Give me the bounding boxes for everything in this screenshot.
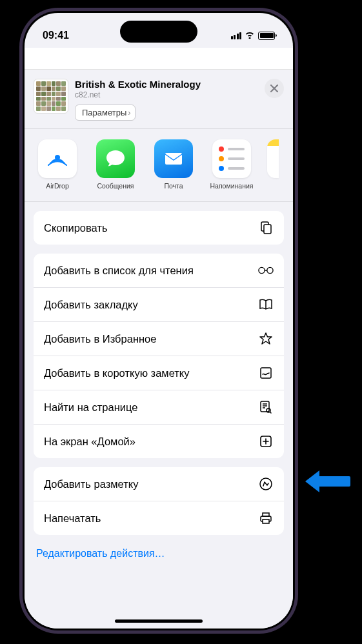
action-label: Добавить в Избранное [44,333,156,345]
params-label: Параметры [82,108,126,117]
share-target-airdrop[interactable]: AirDrop [35,139,80,190]
share-target-mail[interactable]: Почта [151,139,196,190]
svg-rect-12 [263,513,269,516]
action-label: Добавить в список для чтения [44,265,194,277]
action-label: Скопировать [44,222,108,234]
action-find-on-page[interactable]: Найти на странице [34,390,284,425]
home-indicator[interactable] [115,619,203,623]
action-add-bookmark[interactable]: Добавить закладку [34,288,284,322]
find-on-page-icon [258,399,274,415]
action-label: На экран «Домой» [44,436,136,448]
action-add-favorite[interactable]: Добавить в Избранное [34,322,284,356]
browser-background [25,48,293,70]
action-label: Напечатать [44,512,101,525]
glasses-icon [258,263,274,278]
close-button[interactable] [265,79,284,98]
copy-icon [258,220,274,236]
mail-icon [154,139,193,178]
star-icon [258,331,274,347]
share-target-messages[interactable]: Сообщения [93,139,138,190]
messages-icon [96,139,135,178]
action-quick-note[interactable]: Добавить в короткую заметку [34,356,284,390]
page-thumbnail [34,79,68,114]
page-title: British & Exotic Mineralogy [75,79,258,90]
dynamic-island [120,21,197,43]
share-sheet: British & Exotic Mineralogy c82.net Пара… [25,70,293,629]
share-targets-row[interactable]: AirDrop Сообщения Почта [25,129,293,202]
action-add-to-home-screen[interactable]: На экран «Домой» [34,425,284,458]
airdrop-icon [38,139,77,178]
action-group-3: Добавить разметку Напечатать [34,467,284,535]
print-icon [258,510,274,526]
svg-rect-13 [263,519,269,523]
close-icon [270,85,278,92]
share-sheet-header: British & Exotic Mineralogy c82.net Пара… [25,70,293,129]
status-time: 09:41 [43,30,69,41]
chevron-right-icon: › [128,108,130,117]
action-print[interactable]: Напечатать [34,501,284,535]
action-group-2: Добавить в список для чтения Добавить за… [34,254,284,458]
cellular-signal-icon [231,32,242,39]
add-to-home-icon [258,434,274,449]
reminders-icon [212,139,251,178]
quick-note-icon [258,365,274,381]
action-reading-list[interactable]: Добавить в список для чтения [34,254,284,288]
svg-rect-3 [264,225,271,234]
page-url: c82.net [75,90,258,99]
app-label: Сообщения [97,182,134,190]
share-target-reminders[interactable]: Напоминания [209,139,254,190]
action-label: Добавить разметку [44,478,138,490]
app-label: AirDrop [46,182,69,190]
battery-icon [258,32,275,40]
svg-point-4 [259,267,265,273]
wifi-icon [245,30,255,41]
action-label: Добавить закладку [44,299,138,311]
status-indicators [231,30,276,41]
share-options-button[interactable]: Параметры › [75,105,136,121]
screen: 09:41 [25,13,293,629]
phone-bezel: 09:41 [23,11,295,630]
share-target-notes-partial[interactable] [267,139,279,178]
svg-rect-7 [261,401,269,412]
header-text: British & Exotic Mineralogy c82.net Пара… [75,79,258,121]
app-label: Почта [164,182,183,190]
action-copy[interactable]: Скопировать [34,211,284,245]
book-icon [258,297,274,312]
app-label: Напоминания [210,182,253,190]
actions-scrollview[interactable]: Скопировать Добавить в список для чтения [25,202,293,625]
edit-actions-button[interactable]: Редактировать действия… [34,544,284,572]
action-label: Найти на странице [44,401,137,414]
svg-point-5 [267,267,273,273]
svg-rect-1 [165,153,182,165]
action-label: Добавить в короткую заметку [44,367,190,379]
phone-frame: 09:41 [19,8,298,634]
markup-icon [258,476,274,492]
action-markup[interactable]: Добавить разметку [34,467,284,501]
action-group-1: Скопировать [34,211,284,245]
annotation-arrow [305,468,350,498]
